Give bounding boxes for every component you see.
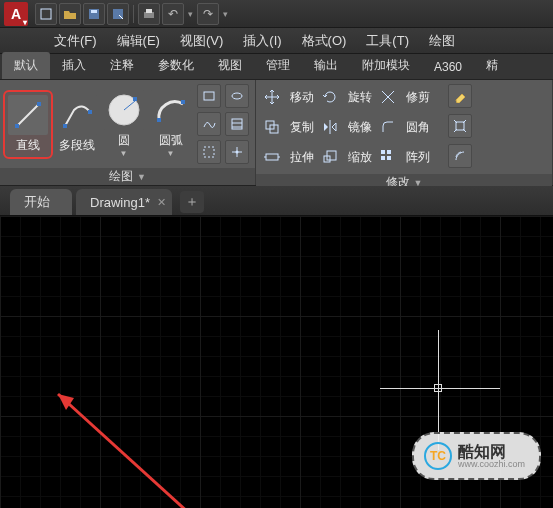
svg-rect-7 [15,124,19,128]
tab-annotate[interactable]: 注释 [98,52,146,79]
menu-view[interactable]: 视图(V) [170,29,233,53]
scale-label[interactable]: 缩放 [348,149,372,166]
tool-circle-label: 圆 [118,132,130,149]
mirror-label[interactable]: 镜像 [348,119,372,136]
move-label[interactable]: 移动 [290,89,314,106]
drawing-canvas[interactable]: TC 酷知网 www.coozhi.com [0,216,553,508]
qat-saveas-icon[interactable] [107,3,129,25]
tab-insert[interactable]: 插入 [50,52,98,79]
tool-circle[interactable]: 圆 ▼ [103,90,144,158]
fillet-label[interactable]: 圆角 [406,119,430,136]
tool-polyline[interactable]: 多段线 [56,95,97,154]
array-icon[interactable] [378,147,398,167]
tool-region-icon[interactable] [197,140,221,164]
polyline-icon [57,95,97,135]
tool-arc[interactable]: 圆弧 ▼ [150,90,191,158]
tool-rectangle-icon[interactable] [197,84,221,108]
qat-undo-icon[interactable]: ↶ [162,3,184,25]
tab-a360[interactable]: A360 [422,55,474,79]
tool-point-icon[interactable] [225,140,249,164]
modify-extra [448,84,472,170]
menu-bar: 文件(F) 编辑(E) 视图(V) 插入(I) 格式(O) 工具(T) 绘图 [0,28,553,54]
svg-rect-27 [387,150,391,154]
line-icon [8,95,48,135]
chevron-down-icon: ▼ [167,149,175,158]
qat-redo-icon[interactable]: ↷ [197,3,219,25]
svg-rect-23 [266,154,278,160]
svg-rect-10 [88,110,92,114]
menu-file[interactable]: 文件(F) [44,29,107,53]
menu-insert[interactable]: 插入(I) [233,29,291,53]
ribbon-tab-strip: 默认 插入 注释 参数化 视图 管理 输出 附加模块 A360 精 [0,54,553,80]
copy-label[interactable]: 复制 [290,119,314,136]
watermark-badge: TC [424,442,452,470]
modify-grid: 移动 旋转 修剪 复制 镜像 圆角 拉伸 缩放 阵列 [262,84,430,170]
svg-rect-29 [387,156,391,160]
tab-extras[interactable]: 精 [474,52,510,79]
stretch-label[interactable]: 拉伸 [290,149,314,166]
svg-rect-0 [41,9,51,19]
tab-view[interactable]: 视图 [206,52,254,79]
tab-parametric[interactable]: 参数化 [146,52,206,79]
svg-rect-9 [63,124,67,128]
chevron-down-icon: ▼ [137,172,146,182]
move-icon[interactable] [262,87,282,107]
panel-draw-title[interactable]: 绘图 ▼ [0,168,255,185]
tab-manage[interactable]: 管理 [254,52,302,79]
tool-spline-icon[interactable] [197,112,221,136]
trim-label[interactable]: 修剪 [406,89,430,106]
tool-line[interactable]: 直线 [6,93,50,156]
array-label[interactable]: 阵列 [406,149,430,166]
tool-ellipse-icon[interactable] [225,84,249,108]
close-icon[interactable]: ✕ [157,196,166,209]
watermark-url: www.coozhi.com [458,460,525,469]
doc-tab-drawing1[interactable]: Drawing1* ✕ [76,189,172,215]
fillet-icon[interactable] [378,117,398,137]
title-bar: A ↶▾ ↷▾ [0,0,553,28]
doc-tab-start-label: 开始 [24,193,50,211]
stretch-icon[interactable] [262,147,282,167]
qat-separator [133,5,134,23]
qat-open-icon[interactable] [59,3,81,25]
rotate-label[interactable]: 旋转 [348,89,372,106]
tool-offset-icon[interactable] [448,144,472,168]
menu-tools[interactable]: 工具(T) [356,29,419,53]
tab-default[interactable]: 默认 [2,52,50,79]
qat-undo-dropdown[interactable]: ▾ [185,9,196,19]
svg-rect-26 [381,150,385,154]
svg-rect-8 [37,102,41,106]
new-tab-button[interactable]: ＋ [180,191,204,213]
tab-addins[interactable]: 附加模块 [350,52,422,79]
menu-edit[interactable]: 编辑(E) [107,29,170,53]
qat-save-icon[interactable] [83,3,105,25]
svg-rect-19 [204,147,214,157]
rotate-icon[interactable] [320,87,340,107]
tab-output[interactable]: 输出 [302,52,350,79]
trim-icon[interactable] [378,87,398,107]
panel-draw-title-label: 绘图 [109,168,133,185]
tool-hatch-icon[interactable] [225,112,249,136]
menu-format[interactable]: 格式(O) [292,29,357,53]
app-root: A ↶▾ ↷▾ 文件(F) 编辑(E) 视图(V) 插入(I) 格式(O) 工具… [0,0,553,508]
ribbon: 直线 多段线 圆 ▼ 圆弧 ▼ [0,80,553,186]
menu-draw[interactable]: 绘图 [419,29,465,53]
tool-arc-label: 圆弧 [159,132,183,149]
tool-erase-icon[interactable] [448,84,472,108]
tool-explode-icon[interactable] [448,114,472,138]
panel-modify: 移动 旋转 修剪 复制 镜像 圆角 拉伸 缩放 阵列 [256,80,553,185]
mirror-icon[interactable] [320,117,340,137]
watermark: TC 酷知网 www.coozhi.com [412,432,541,480]
svg-rect-28 [381,156,385,160]
panel-draw: 直线 多段线 圆 ▼ 圆弧 ▼ [0,80,256,185]
qat-print-icon[interactable] [138,3,160,25]
qat-new-icon[interactable] [35,3,57,25]
chevron-down-icon: ▼ [120,149,128,158]
doc-tab-start[interactable]: 开始 [10,189,72,215]
copy-icon[interactable] [262,117,282,137]
app-menu-button[interactable]: A [4,2,28,26]
circle-icon [104,90,144,130]
tool-polyline-label: 多段线 [59,137,95,154]
scale-icon[interactable] [320,147,340,167]
qat-redo-dropdown[interactable]: ▾ [220,9,231,19]
watermark-title: 酷知网 [458,444,525,460]
